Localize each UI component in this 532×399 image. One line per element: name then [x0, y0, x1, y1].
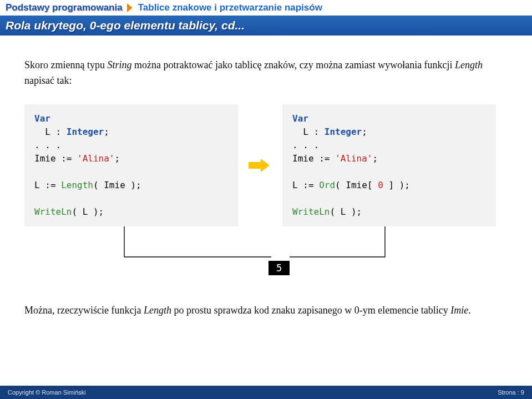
code-text: ( Imie[	[335, 180, 378, 190]
code-func: WriteLn	[34, 206, 72, 217]
code-text: L :=	[292, 180, 319, 190]
code-text: ;	[104, 127, 109, 137]
header-bar: Podstawy programowania Tablice znakowe i…	[0, 0, 532, 16]
code-func: Ord	[319, 180, 335, 190]
conclusion-italic-imie: Imie	[450, 305, 468, 316]
code-string: 'Alina'	[335, 153, 372, 164]
code-text: ( L );	[72, 206, 104, 217]
footer-page: Strona : 9	[498, 389, 524, 396]
footer-copyright: Copyright © Roman Simiński	[8, 389, 86, 396]
intro-italic-length: Length	[455, 59, 483, 70]
code-block-left: Var L : Integer; . . . Imie := 'Alina'; …	[24, 104, 238, 226]
slide-content: Skoro zmienną typu String można potrakto…	[0, 36, 532, 319]
code-text: . . .	[292, 140, 319, 150]
code-num: 0	[378, 180, 383, 190]
code-func: WriteLn	[292, 206, 330, 217]
header-left: Podstawy programowania	[6, 2, 127, 13]
code-text: ( Imie );	[93, 180, 141, 190]
code-text: L :	[34, 127, 67, 137]
intro-paragraph: Skoro zmienną typu String można potrakto…	[24, 58, 508, 89]
code-kw: Var	[292, 113, 308, 124]
code-comparison-row: Var L : Integer; . . . Imie := 'Alina'; …	[24, 104, 508, 226]
code-text: ( L );	[330, 206, 362, 217]
code-block-right: Var L : Integer; . . . Imie := 'Alina'; …	[282, 104, 496, 226]
conclusion-text: Można, rzeczywiście funkcja	[24, 305, 144, 316]
code-text: L :=	[34, 180, 61, 190]
code-text: ;	[373, 153, 378, 164]
footer-bar: Copyright © Roman Simiński Strona : 9	[0, 386, 532, 399]
code-func: Length	[61, 180, 93, 190]
intro-italic-string: String	[107, 59, 131, 70]
intro-text-2: można potraktować jako tablicę znaków, c…	[132, 59, 455, 70]
code-kw: Integer	[325, 127, 362, 137]
conclusion-text-2: po prostu sprawdza kod znaku zapisanego …	[171, 305, 450, 316]
connector-diagram: 5	[24, 236, 508, 286]
intro-text-3: napisać tak:	[24, 75, 72, 86]
code-text: ] );	[383, 180, 410, 190]
output-value: 5	[268, 261, 290, 275]
breadcrumb-arrow-icon	[127, 3, 133, 12]
conclusion-paragraph: Można, rzeczywiście funkcja Length po pr…	[24, 303, 508, 319]
intro-text: Skoro zmienną typu	[24, 59, 107, 70]
arrow-right-icon	[249, 159, 272, 172]
conclusion-text-3: .	[468, 305, 471, 316]
header-right: Tablice znakowe i przetwarzanie napisów	[138, 2, 322, 13]
code-text: L :	[292, 127, 325, 137]
code-text: Imie :=	[292, 153, 335, 164]
code-kw: Integer	[67, 127, 104, 137]
connector-lines-icon	[24, 226, 507, 282]
slide-title-bar: Rola ukrytego, 0-ego elementu tablicy, c…	[0, 16, 532, 36]
code-text: ;	[362, 127, 367, 137]
code-text: Imie :=	[34, 153, 77, 164]
code-string: 'Alina'	[77, 153, 114, 164]
code-text: ;	[115, 153, 120, 164]
code-kw: Var	[34, 113, 50, 124]
conclusion-italic-length: Length	[144, 305, 171, 316]
code-text: . . .	[34, 140, 61, 150]
code-arrow-gap	[238, 104, 282, 226]
slide-title: Rola ukrytego, 0-ego elementu tablicy, c…	[6, 19, 245, 32]
